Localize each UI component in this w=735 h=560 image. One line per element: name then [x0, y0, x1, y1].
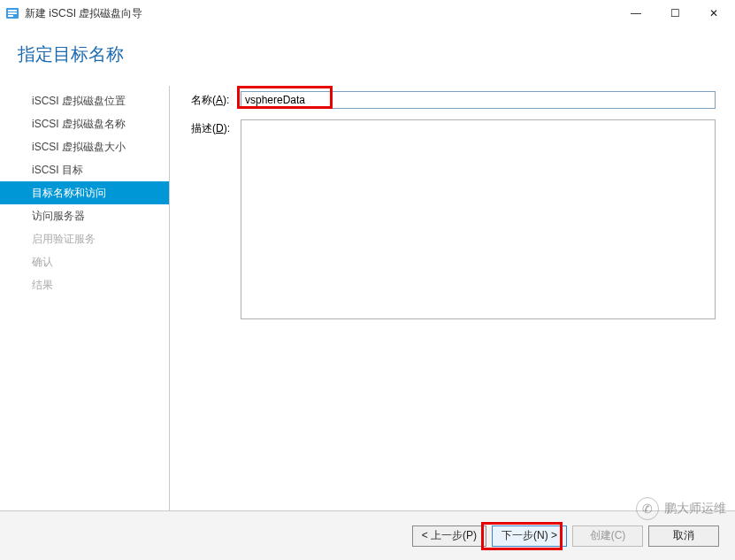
name-label: 名称(A): [191, 91, 241, 108]
wizard-step-8: 结果 [0, 273, 169, 296]
wizard-step-2[interactable]: iSCSI 虚拟磁盘大小 [0, 135, 169, 158]
window-title: 新建 iSCSI 虚拟磁盘向导 [25, 6, 616, 21]
previous-button[interactable]: < 上一步(P) [412, 525, 486, 547]
create-button: 创建(C) [572, 525, 643, 547]
titlebar: 新建 iSCSI 虚拟磁盘向导 — ☐ ✕ [0, 0, 735, 27]
wizard-body: 指定目标名称 iSCSI 虚拟磁盘位置iSCSI 虚拟磁盘名称iSCSI 虚拟磁… [0, 27, 735, 510]
page-heading: 指定目标名称 [0, 27, 735, 86]
svg-rect-2 [8, 12, 17, 14]
wizard-content: 名称(A): 描述(D): [170, 86, 735, 510]
main-row: iSCSI 虚拟磁盘位置iSCSI 虚拟磁盘名称iSCSI 虚拟磁盘大小iSCS… [0, 86, 735, 510]
wizard-step-3[interactable]: iSCSI 目标 [0, 158, 169, 181]
name-row: 名称(A): [191, 91, 716, 109]
close-button[interactable]: ✕ [694, 1, 733, 26]
minimize-button[interactable]: — [616, 1, 655, 26]
wizard-step-4[interactable]: 目标名称和访问 [0, 181, 169, 204]
svg-rect-3 [8, 15, 13, 17]
wizard-step-1[interactable]: iSCSI 虚拟磁盘名称 [0, 112, 169, 135]
window-controls: — ☐ ✕ [616, 1, 733, 26]
maximize-button[interactable]: ☐ [655, 1, 694, 26]
cancel-button[interactable]: 取消 [648, 525, 719, 547]
app-icon [5, 6, 19, 20]
wizard-step-0[interactable]: iSCSI 虚拟磁盘位置 [0, 89, 169, 112]
wizard-footer: < 上一步(P) 下一步(N) > 创建(C) 取消 [0, 510, 735, 560]
next-button[interactable]: 下一步(N) > [492, 525, 567, 547]
name-input[interactable] [241, 91, 716, 109]
description-label: 描述(D): [191, 119, 241, 136]
wizard-step-5[interactable]: 访问服务器 [0, 204, 169, 227]
description-row: 描述(D): [191, 119, 716, 319]
wizard-step-7: 确认 [0, 250, 169, 273]
svg-rect-1 [8, 10, 17, 12]
description-textarea[interactable] [241, 119, 716, 319]
wizard-steps-sidebar: iSCSI 虚拟磁盘位置iSCSI 虚拟磁盘名称iSCSI 虚拟磁盘大小iSCS… [0, 86, 170, 510]
wizard-step-6: 启用验证服务 [0, 227, 169, 250]
